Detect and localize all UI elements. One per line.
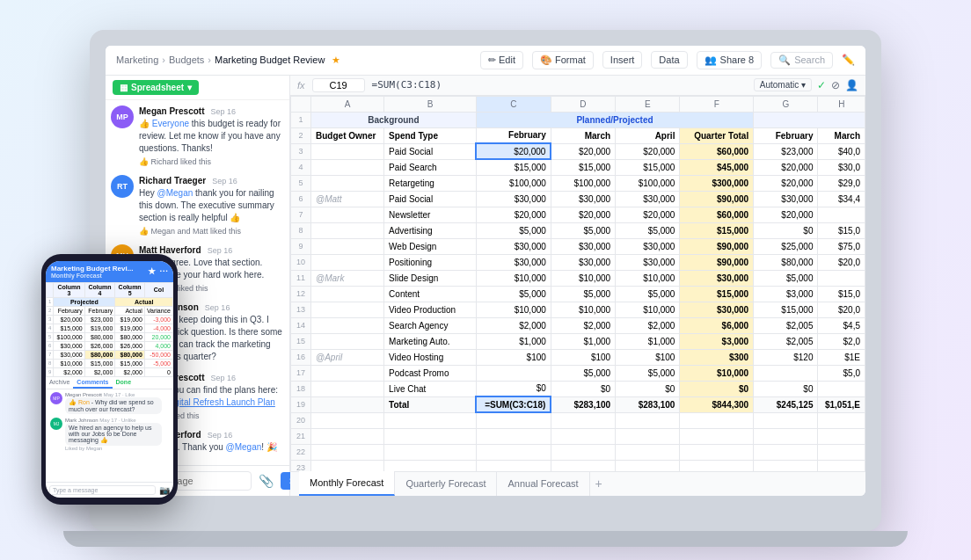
table-row: 14 Search Agency $2,000 $2,000 $2,000 $6…: [291, 317, 865, 333]
grid-area[interactable]: A B C D E F G H: [290, 96, 865, 471]
col-march: March: [551, 127, 615, 143]
phone-star-icon[interactable]: ★: [148, 266, 156, 276]
col-header-empty: [291, 96, 311, 112]
total-formula-cell[interactable]: =SUM(C3:C18): [476, 396, 551, 412]
phone-menu-icon[interactable]: ⋯: [159, 266, 168, 276]
user-profile-icon[interactable]: 👤: [845, 79, 858, 91]
breadcrumb-marketing[interactable]: Marketing: [116, 55, 158, 65]
search-box[interactable]: 🔍 Search: [770, 52, 833, 69]
grid-icon: ▦: [120, 83, 128, 92]
row-num: 2: [291, 127, 311, 143]
auto-fill-dropdown[interactable]: Automatic ▾: [754, 78, 812, 91]
table-row: 7 Newsletter $20,000 $20,000 $20,000 $60…: [291, 207, 865, 222]
col-spend-type: Spend Type: [384, 127, 477, 143]
search-icon: 🔍: [778, 55, 791, 66]
edit-button[interactable]: ✏ Edit: [480, 51, 523, 69]
comment-author: Megan Prescott: [139, 106, 204, 116]
phone-bubble: 👍 Ron - Why did we spend so much over ou…: [65, 397, 162, 414]
section-background: Background: [311, 112, 477, 127]
table-row: 11 @Mark Slide Design $10,000 $10,000 $1…: [291, 270, 865, 286]
breadcrumb-sep1: ›: [162, 55, 165, 65]
attach-icon[interactable]: 📎: [259, 474, 274, 488]
col-header-f[interactable]: F: [680, 96, 754, 112]
col-budget-owner: Budget Owner: [311, 127, 384, 143]
formula-bar: fx =SUM(C3:C18) Automatic ▾ ✓ ⊘ 👤: [290, 76, 865, 96]
phone-tab-done[interactable]: Done: [113, 377, 135, 389]
col-header-h[interactable]: H: [818, 96, 865, 112]
comment-date: Sep 16: [208, 431, 233, 440]
laptop-wrapper: Marketing Budget Revi... Monthly Forecas…: [90, 30, 881, 531]
phone-bubble: We hired an agency to help us with our J…: [65, 423, 162, 446]
phone-avatar: MP: [50, 392, 62, 404]
spreadsheet-label[interactable]: ▦ Spreadsheet ▾: [113, 80, 199, 95]
mention: 👍 Everyone: [139, 119, 189, 128]
comment-date: Sep 16: [211, 107, 237, 116]
phone-device: Marketing Budget Revi... Monthly Forecas…: [41, 254, 178, 505]
comment-date: Sep 16: [212, 177, 237, 185]
mention-april: @April: [311, 349, 384, 365]
comment-date: Sep 16: [211, 374, 237, 382]
table-row: 16 @April Video Hosting $100 $100 $100 $…: [291, 349, 865, 365]
comment-date: Sep 16: [205, 303, 230, 312]
format-button[interactable]: 🎨 Format: [532, 51, 594, 69]
spreadsheet-container: ▦ Spreadsheet ▾ MP Megan Prescott Sep 16: [106, 76, 865, 496]
phone-message-input[interactable]: Type a message: [49, 485, 156, 495]
star-icon[interactable]: ★: [332, 55, 340, 66]
comment-author: Richard Traeger: [139, 176, 206, 185]
phone-tab-comments[interactable]: Comments: [73, 377, 112, 389]
add-sheet-button[interactable]: +: [595, 476, 602, 491]
table-row: 1 Background Planned/Projected: [291, 112, 865, 127]
phone-avatar: MJ: [50, 418, 62, 430]
tab-quarterly-forecast[interactable]: Quarterly Forecast: [395, 471, 497, 496]
phone-sub: Monthly Forecast: [51, 273, 133, 279]
col-header-c[interactable]: C: [476, 96, 551, 112]
spreadsheet-main: fx =SUM(C3:C18) Automatic ▾ ✓ ⊘ 👤: [290, 76, 865, 496]
phone-screen: Marketing Budget Revi... Monthly Forecas…: [46, 261, 173, 498]
table-row: 20: [291, 412, 865, 428]
phone-title: Marketing Budget Revi...: [51, 265, 133, 273]
col-header-e[interactable]: E: [616, 96, 680, 112]
col-april: April: [616, 127, 680, 143]
breadcrumb-budgets[interactable]: Budgets: [169, 55, 204, 65]
col-header-d[interactable]: D: [551, 96, 615, 112]
chevron-icon: ▾: [187, 83, 192, 92]
table-row: 9 Web Design $30,000 $30,000 $30,000 $90…: [291, 238, 865, 254]
mention-matt: @Matt: [311, 191, 384, 207]
phone-chat-area: MP Megan Prescott May 17 · Like 👍 Ron - …: [46, 389, 173, 482]
tab-monthly-forecast[interactable]: Monthly Forecast: [299, 471, 395, 496]
edit-icon[interactable]: ✏️: [842, 54, 855, 66]
table-row: 17 Podcast Promo $5,000 $5,000 $10,000 $…: [291, 365, 865, 381]
phone-header: Marketing Budget Revi... Monthly Forecas…: [46, 261, 173, 282]
comment-text: Hey @Megan thank you for nailing this do…: [139, 187, 284, 224]
table-row: 4 Paid Search $15,000 $15,000 $15,000 $4…: [291, 159, 865, 175]
phone-chat-item: MJ Mark Johnson May 17 · Unlike We hired…: [50, 418, 169, 451]
func-icon[interactable]: ⊘: [831, 79, 840, 91]
row-num: 1: [291, 112, 311, 127]
table-row: 8 Advertising $5,000 $5,000 $5,000 $15,0…: [291, 222, 865, 238]
table-row: 22: [291, 444, 865, 460]
comment-body: Richard Traeger Sep 16 Hey @Megan thank …: [139, 175, 284, 236]
col-header-g[interactable]: G: [754, 96, 818, 112]
table-row: 23: [291, 460, 865, 471]
data-button[interactable]: Data: [651, 51, 687, 69]
breadcrumb-sep2: ›: [208, 55, 211, 65]
comment-body: Megan Prescott Sep 16 👍 Everyone this bu…: [139, 105, 284, 166]
phone-input-row: Type a message 📷: [46, 482, 173, 498]
tab-annual-forecast[interactable]: Annual Forecast: [497, 471, 589, 496]
checkmark-icon[interactable]: ✓: [817, 79, 826, 91]
people-icon: 👥: [705, 55, 717, 66]
table-row: 15 Marketing Auto. $1,000 $1,000 $1,000 …: [291, 333, 865, 349]
col-header-a[interactable]: A: [311, 96, 384, 112]
phone-grid: Column 3 Column 4 Column 5 Col 1 Project…: [46, 282, 173, 377]
share-button[interactable]: 👥 Share 8: [697, 51, 763, 69]
spreadsheet-table: A B C D E F G H: [290, 96, 865, 471]
phone-tab-archive[interactable]: Archive: [46, 377, 73, 389]
insert-button[interactable]: Insert: [602, 51, 643, 69]
cell-reference-input[interactable]: [312, 78, 365, 92]
avatar: MP: [111, 105, 134, 128]
comment-item: RT Richard Traeger Sep 16 Hey @Megan tha…: [111, 175, 284, 236]
col-header-b[interactable]: B: [384, 96, 477, 112]
table-row: 13 Video Production $10,000 $10,000 $10,…: [291, 302, 865, 317]
sidebar-toolbar: ▦ Spreadsheet ▾: [106, 76, 289, 100]
phone-camera-icon[interactable]: 📷: [159, 485, 170, 495]
